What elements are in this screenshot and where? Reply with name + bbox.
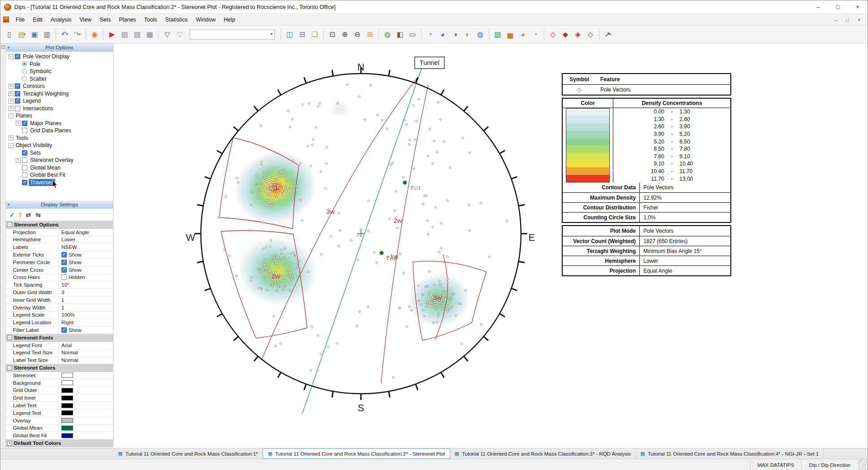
checkbox-traverses[interactable] (22, 180, 27, 185)
query-tool-button[interactable]: ↗▾ (602, 28, 614, 41)
tile-vertical-button[interactable]: ◫ (283, 28, 296, 41)
tree-item-major-planes[interactable]: +Major Planes (6, 120, 113, 127)
stereonet-globe-button[interactable]: ◍ (381, 28, 394, 41)
expander-icon[interactable]: + (9, 84, 13, 89)
setting-value[interactable]: NSEW (59, 244, 113, 251)
checkbox-filter-label[interactable] (61, 327, 67, 333)
display-settings-header[interactable]: ▾ Display Settings (6, 200, 113, 209)
dock-autohide-strip[interactable] (0, 44, 6, 448)
menu-file[interactable]: File (12, 14, 29, 25)
group-expander-icon[interactable]: - (7, 366, 12, 370)
datatips-button[interactable]: ▶ (106, 28, 118, 41)
warning-button[interactable]: ! (19, 211, 22, 218)
maximize-button[interactable]: □ (828, 0, 848, 13)
tree-item-tools[interactable]: +Tools (6, 135, 113, 142)
rose-diagram-button[interactable]: ◔ (529, 28, 542, 41)
tree-item-terzaghi-weighting[interactable]: +Terzaghi Weighting (6, 90, 113, 98)
radio-symbolic[interactable] (22, 69, 27, 74)
major-plane-arcs[interactable] (261, 78, 447, 383)
mdi-restore-button[interactable]: □ (842, 15, 853, 25)
color-swatch[interactable] (61, 388, 73, 393)
setting-value[interactable]: Hidden (59, 274, 113, 281)
menu-tools[interactable]: Tools (140, 14, 161, 25)
menu-help[interactable]: Help (220, 14, 239, 25)
tunnel-label[interactable]: Tunnel (415, 57, 444, 69)
group-stereonet-fonts[interactable]: -Stereonet Fonts (6, 334, 113, 342)
document-tab-4[interactable]: ▦Tutorial 11 Oriented Core and Rock Mass… (636, 448, 824, 459)
menu-edit[interactable]: Edit (29, 14, 47, 25)
checkbox-contours[interactable] (15, 83, 20, 89)
quick-select-combo[interactable] (190, 30, 275, 39)
color-swatch[interactable] (61, 433, 73, 438)
checkbox-sets[interactable] (22, 150, 27, 156)
tree-item-contours[interactable]: +Contours (6, 83, 113, 90)
tree-item-pole[interactable]: Pole (6, 61, 113, 68)
tile-horizontal-button[interactable]: ⊟ (296, 28, 308, 41)
group-default-tool-colors[interactable]: +Default Tool Colors (6, 440, 113, 447)
add-set-window-button[interactable]: ◇ (547, 28, 559, 41)
pole-plot-button[interactable]: ◔ (424, 28, 436, 41)
setting-value[interactable]: Show (59, 266, 113, 274)
tree-item-stereonet-overlay[interactable]: +Stereonet Overlay (6, 157, 113, 164)
setting-value[interactable]: 10° (59, 281, 113, 288)
resize-grip[interactable] (858, 459, 868, 470)
setting-value[interactable]: 3 (59, 289, 113, 296)
redo-button[interactable]: ↷▾ (71, 28, 83, 41)
checkbox-cross-hairs[interactable] (61, 274, 67, 280)
tree-item-symbolic[interactable]: Symbolic (6, 68, 113, 75)
stereonet-plot[interactable]: NESW3w2w1w2w3wT◇1T◇2Tunnel (113, 44, 868, 448)
rosette-plot-button[interactable]: ◐ (461, 28, 474, 41)
tree-item-scatter[interactable]: Scatter (6, 75, 113, 83)
overlay-globe-button[interactable]: ◍ (474, 28, 486, 41)
radio-scatter[interactable] (22, 76, 27, 81)
menu-planes[interactable]: Planes (115, 14, 140, 25)
expander-icon[interactable]: - (9, 143, 13, 148)
chart-button[interactable]: ▧ (491, 28, 504, 41)
setting-value[interactable] (59, 372, 113, 379)
tree-item-intersections[interactable]: +Intersections (6, 105, 113, 113)
setting-value[interactable]: Show (59, 326, 113, 334)
radio-pole[interactable] (22, 61, 27, 66)
zoom-all-button[interactable]: ⊡ (326, 28, 339, 41)
expander-icon[interactable]: - (9, 113, 13, 118)
zoom-in-button[interactable]: ⊕ (339, 28, 351, 41)
group-expander-icon[interactable]: - (7, 222, 12, 227)
copy-button[interactable]: ▧ (131, 28, 143, 41)
setting-value[interactable]: 1 (59, 304, 113, 311)
group-expander-icon[interactable]: + (7, 441, 12, 446)
setting-value[interactable] (59, 387, 113, 394)
plane-orientation-button[interactable]: ◧ (394, 28, 406, 41)
filter-off-button[interactable]: ▽ (174, 28, 186, 41)
measure-angle-button[interactable]: ▭ (406, 28, 419, 41)
menu-view[interactable]: View (75, 14, 95, 25)
print-button[interactable]: ▥ (41, 28, 53, 41)
tree-item-object-visibility[interactable]: -Object Visibility (6, 142, 113, 149)
statusbar-orientation-format[interactable]: Dip / Dip Direction (801, 459, 858, 470)
expander-icon[interactable]: + (16, 121, 21, 126)
color-swatch[interactable] (61, 410, 73, 415)
checkbox-intersections[interactable] (15, 106, 20, 111)
menu-analysis[interactable]: Analysis (47, 14, 76, 25)
expander-icon[interactable]: + (9, 91, 13, 96)
add-set-freehand-button[interactable]: ◆ (559, 28, 572, 41)
traverse-marker[interactable] (403, 181, 407, 185)
checkbox-stereonet-overlay[interactable] (22, 157, 27, 163)
contour-plot-button[interactable]: ◑ (449, 28, 461, 41)
checkbox-terzaghi-weighting[interactable] (15, 91, 20, 96)
setting-value[interactable] (59, 432, 113, 439)
tree-item-planes[interactable]: -Planes (6, 112, 113, 120)
save-button[interactable]: ▣ (28, 28, 41, 41)
tree-item-sets[interactable]: Sets (6, 149, 113, 157)
checkbox-exterior-ticks[interactable] (61, 252, 67, 257)
expander-icon[interactable]: + (9, 106, 13, 111)
checkbox-grid-data-planes[interactable] (22, 128, 27, 133)
scatter-plot-button[interactable]: ◕ (436, 28, 449, 41)
import-settings-button[interactable]: ⇆ (35, 211, 41, 218)
minimize-button[interactable]: – (808, 0, 828, 13)
color-swatch[interactable] (61, 418, 73, 423)
color-swatch[interactable] (61, 380, 73, 385)
plot-options-header[interactable]: ▾ Plot Options (6, 44, 113, 52)
paste-button[interactable]: ▨ (118, 28, 131, 41)
setting-value[interactable]: Equal Angle (59, 229, 113, 236)
color-swatch[interactable] (61, 426, 73, 431)
